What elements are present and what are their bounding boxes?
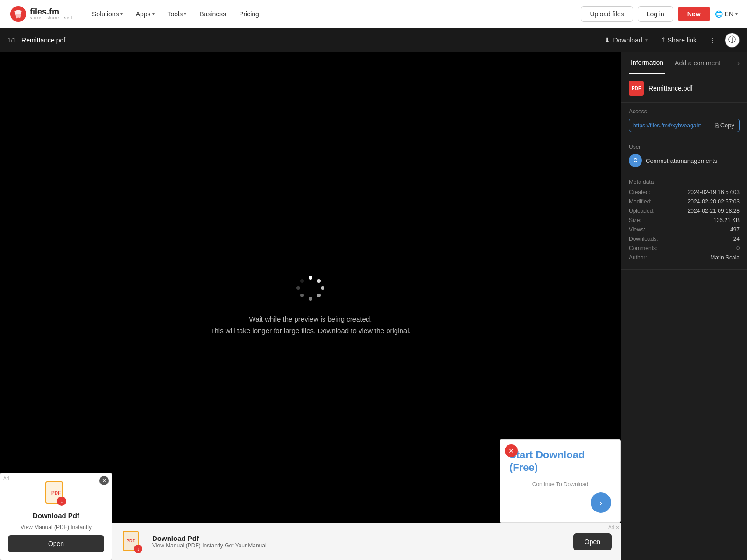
start-download-popup: ✕ Start Download (Free) Continue To Down… [500,439,621,523]
meta-key: Size: [629,217,641,224]
share-link-button[interactable]: ⤴ Share link [657,34,701,47]
chevron-down-icon: ▾ [184,11,186,16]
meta-value: 0 [736,245,740,252]
login-button[interactable]: Log in [638,6,673,22]
ad-bottom-banner: Ad ✕ PDF ↓ Download Pdf View Manual (PDF… [112,523,621,560]
sidebar-tabs: Information Add a comment › [621,52,747,74]
user-label: User [629,144,740,150]
user-name: Commstratamanagements [646,157,717,164]
ad-banner-subtitle: View Manual (PDF) Instantly Get Your Man… [152,542,566,549]
sidebar-access-section: Access ⎘ Copy [621,103,747,138]
more-options-button[interactable]: ⋮ [705,34,721,47]
meta-value: 136.21 KB [713,217,740,224]
sidebar: Information Add a comment › PDF Remittan… [621,52,747,560]
nav-tools[interactable]: Tools ▾ [162,7,192,21]
preview-area: Wait while the preview is being created.… [0,52,621,560]
meta-key: Uploaded: [629,208,655,214]
meta-value: 2024-02-21 09:18:28 [688,208,740,214]
svg-text:PDF: PDF [51,490,61,496]
ad-close-button[interactable]: ✕ [99,476,109,485]
chevron-down-icon: ▾ [645,37,648,42]
logo-text: files.fm [30,7,72,16]
ad-banner-text: Download Pdf View Manual (PDF) Instantly… [152,534,566,549]
upload-files-button[interactable]: Upload files [581,6,633,22]
meta-value: 2024-02-19 16:57:03 [688,189,740,196]
continue-download-label: Continue To Download [509,481,611,488]
meta-key: Comments: [629,245,657,252]
ad-banner-title: Download Pdf [152,534,566,542]
new-button[interactable]: New [678,7,710,21]
meta-row: Created:2024-02-19 16:57:03 [629,189,740,196]
preview-loading-text: Wait while the preview is being created.… [210,313,410,337]
nav-pricing[interactable]: Pricing [233,7,265,21]
svg-text:↓: ↓ [60,498,63,504]
start-download-title: Start Download (Free) [509,449,611,474]
logo-icon [9,5,27,23]
chevron-down-icon: ▾ [735,11,738,16]
page-indicator: 1/1 [7,36,16,43]
ad-small-subtitle: View Manual (PDF) Instantly [21,524,92,531]
svg-text:PDF: PDF [127,539,135,543]
meta-value: 2024-02-20 02:57:03 [688,198,740,205]
sidebar-metadata-section: Meta data Created:2024-02-19 16:57:03Mod… [621,173,747,270]
globe-icon: 🌐 [715,10,723,18]
information-button[interactable]: ⓘ [725,33,740,48]
meta-key: Created: [629,189,650,196]
meta-row: Comments:0 [629,245,740,252]
more-icon: ⋮ [710,36,716,44]
meta-row: Author:Matin Scala [629,254,740,261]
nav-apps[interactable]: Apps ▾ [130,7,160,21]
ad-small: Ad ✕ PDF ↓ Download Pdf View Manual (PDF… [0,473,112,560]
main-area: Wait while the preview is being created.… [0,52,747,560]
svg-text:↓: ↓ [137,546,140,552]
navbar: files.fm store · share · sell Solutions … [0,0,747,28]
access-url-row: ⎘ Copy [629,119,740,132]
ad-banner-open-button[interactable]: Open [573,533,612,550]
nav-business[interactable]: Business [194,7,232,21]
meta-row: Uploaded:2024-02-21 09:18:28 [629,208,740,214]
nav-right: Upload files Log in New 🌐 EN ▾ [581,6,738,22]
meta-key: Author: [629,254,647,261]
nav-solutions[interactable]: Solutions ▾ [86,7,128,21]
meta-value: 24 [733,236,740,242]
sidebar-chevron-icon[interactable]: › [737,59,740,67]
tab-information[interactable]: Information [629,52,665,74]
meta-row: Size:136.21 KB [629,217,740,224]
access-url-input[interactable] [629,119,710,132]
start-download-button[interactable]: › [591,492,611,513]
copy-button[interactable]: ⎘ Copy [710,119,739,132]
meta-key: Downloads: [629,236,658,242]
download-button[interactable]: ⬇ Download ▾ [599,34,653,47]
access-label: Access [629,108,740,115]
chevron-down-icon: ▾ [152,11,155,16]
ad-label-small: Ad [3,476,9,481]
file-toolbar: 1/1 Remittance.pdf ⬇ Download ▾ ⤴ Share … [0,28,747,52]
file-pdf-icon: PDF [629,81,644,96]
meta-row: Views:497 [629,226,740,233]
user-avatar: C [629,154,642,167]
toolbar-actions: ⬇ Download ▾ ⤴ Share link ⋮ ⓘ [599,33,740,48]
user-row: C Commstratamanagements [629,154,740,167]
language-selector[interactable]: 🌐 EN ▾ [715,10,738,18]
ad-label-banner: Ad ✕ [608,525,619,530]
file-name: Remittance.pdf [21,36,593,44]
chevron-down-icon: ▾ [120,11,123,16]
sidebar-file-name: Remittance.pdf [648,84,692,92]
nav-links: Solutions ▾ Apps ▾ Tools ▾ Business Pric… [86,7,571,21]
meta-value: 497 [730,226,740,233]
ad-pdf-icon: PDF ↓ [43,481,69,507]
logo-subtext: store · share · sell [30,16,72,20]
ad-banner-pdf-icon: PDF ↓ [121,530,145,553]
meta-table: Created:2024-02-19 16:57:03Modified:2024… [629,189,740,261]
meta-value: Matin Scala [710,254,740,261]
metadata-label: Meta data [629,179,740,185]
tab-add-comment[interactable]: Add a comment [673,53,737,73]
sidebar-user-section: User C Commstratamanagements [621,138,747,173]
info-icon: ⓘ [728,35,736,45]
meta-key: Views: [629,226,645,233]
share-icon: ⤴ [662,36,665,44]
ad-small-title: Download Pdf [33,511,79,519]
logo[interactable]: files.fm store · share · sell [9,5,72,23]
ad-small-open-button[interactable]: Open [8,535,104,552]
meta-row: Downloads:24 [629,236,740,242]
